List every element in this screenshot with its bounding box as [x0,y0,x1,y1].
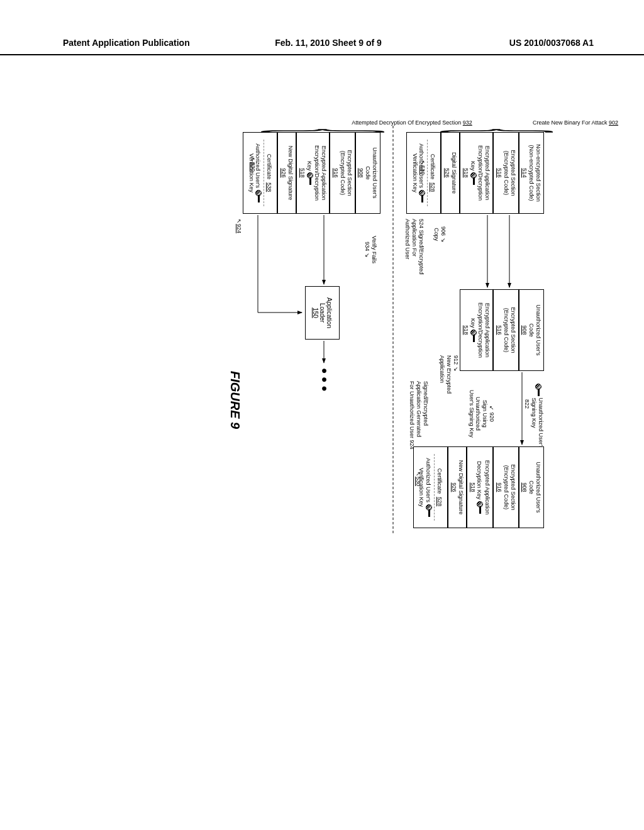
key-icon [477,501,484,514]
label-new-enc-app: 912 ↘ New Encrypted Application [439,355,459,394]
box-unauth-code-d: Unauthorized User's Code 908 [355,132,380,214]
header-left: Patent Application Publication [63,38,240,48]
label-copy: 906 ↘Copy [433,226,447,243]
box-unauth-code-c: Unauthorized User's Code 908 [519,446,544,528]
arrow-loader-out [321,341,327,366]
stack-original: Non-encrypted Section (Non-encrypted Cod… [406,132,544,214]
label-signed-auth: 524 Signed/Encrypted Application For Aut… [404,219,425,275]
arrow-to-loader-2 [230,215,267,316]
header-right: US 2010/0037068 A1 [417,38,594,48]
key-icon [536,384,542,396]
box-encrypted-section-b: Encrypted Section (Encrypted Code) 516 [493,289,518,371]
box-encrypted-section: Encrypted Section (Encrypted Code) 516 [493,132,518,214]
ellipsis-dots: ● ● ● [319,368,330,392]
header-center: Feb. 11, 2010 Sheet 9 of 9 [240,38,416,48]
figure-label: FIGURE 9 [228,371,242,429]
box-new-digital-signature-d: New Digital Signature 926 [277,132,296,214]
box-certificate-d: Certificate 538 Authorized User's Verifi… [243,132,277,214]
key-icon [471,329,477,342]
box-encryption-key: Encrypted Application Encryption/Decrypt… [460,132,493,214]
divider-line [391,126,394,534]
box-certificate-c: Certificate 528 Authorized User's Verifi… [413,446,448,528]
arrow-to-loader [296,215,333,287]
key-icon [471,172,477,185]
box-new-digital-signature-c: New Digital Signature 926 [448,446,467,528]
key-icon [426,504,433,517]
key-icon [256,190,262,202]
stack-copied: Unauthorized User's Code 908 Encrypted S… [460,289,544,371]
figure-diagram: Non-encrypted Section (Non-encrypted Cod… [41,170,582,616]
box-digital-signature: Digital Signature 526 [441,132,460,214]
box-encrypted-section-c: Encrypted Section (Encrypted Code) 916 [493,446,518,528]
brace-create-binary: Create New Binary For Attack 902 [519,119,632,126]
stack-verify-input: Unauthorized User's Code 908 Encrypted S… [243,132,380,214]
stack-signed-unauth: Unauthorized User's Code 908 Encrypted S… [413,446,544,528]
box-nonencrypted-section: Non-encrypted Section (Non-encrypted Cod… [519,132,544,214]
label-verify-fails: Verify Fails 934 ↘ [364,236,377,263]
key-icon [308,172,314,185]
box-application-loader: Application Loader 150 [305,286,340,340]
box-encrypted-section-d: Encrypted Section (Encrypted Code) 916 [330,132,355,214]
box-encryption-key-b: Encrypted Application Encryption/Decrypt… [460,289,493,371]
arrow-copy-1 [478,215,535,290]
box-decryption-key-c: Encrypted Application Decryption Key 518 [467,446,493,528]
page-header: Patent Application Publication Feb. 11, … [0,0,644,55]
key-icon [419,190,426,202]
box-encryption-key-d: Encrypted Application Encryption/Decrypt… [296,132,330,214]
brace-attempted-decryption: Attempted Decryption Of Encrypted Sectio… [343,119,481,126]
label-signed-unauth: Signed/Encrypted Application Generated F… [409,381,429,450]
box-unauth-code: Unauthorized User's Code 908 [519,289,544,371]
arrow-sign [491,372,528,448]
